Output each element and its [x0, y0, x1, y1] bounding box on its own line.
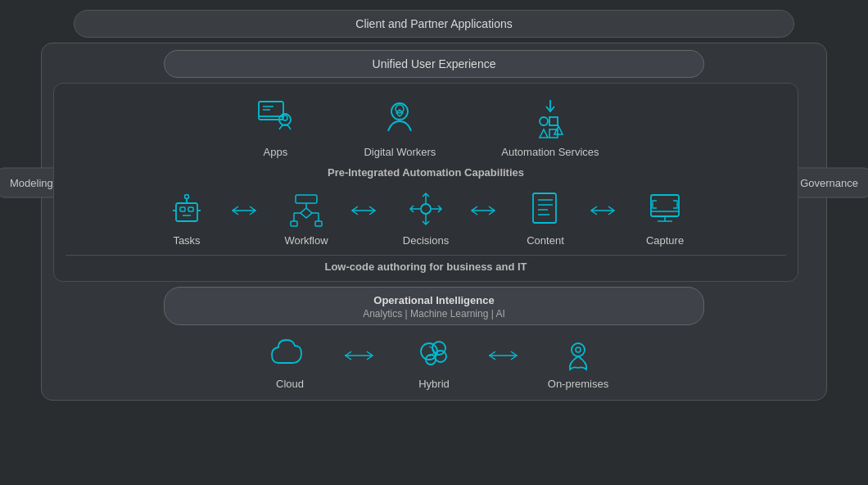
svg-marker-17	[540, 129, 548, 138]
tasks-icon	[166, 188, 207, 229]
unified-ux-bar: Unified User Experience	[164, 50, 704, 78]
capture-label: Capture	[646, 234, 684, 247]
svg-rect-21	[180, 207, 185, 211]
content-item: Content	[500, 188, 590, 247]
top-icons-row: Apps	[252, 92, 599, 158]
svg-rect-34	[291, 221, 297, 226]
cloud-icon	[267, 333, 313, 373]
tasks-item: Tasks	[142, 188, 232, 247]
decisions-icon	[405, 188, 446, 229]
capture-item: Capture	[620, 188, 710, 247]
svg-rect-16	[549, 117, 558, 125]
svg-point-43	[421, 204, 431, 214]
automation-services-label: Automation Services	[501, 146, 599, 158]
content-label: Content	[527, 234, 564, 247]
svg-rect-20	[176, 203, 197, 221]
capture-icon	[644, 188, 685, 229]
cloud-label: Cloud	[276, 378, 304, 390]
svg-point-15	[540, 117, 548, 125]
on-premises-icon	[555, 333, 601, 373]
svg-rect-29	[296, 195, 317, 203]
preintegrated-label: Pre-Integrated Automation Capabilities	[328, 165, 524, 180]
arrow-content-capture	[590, 204, 620, 217]
hybrid-item: Hybrid	[381, 333, 487, 390]
decisions-label: Decisions	[403, 234, 449, 247]
ops-intel-bar: Operational Intelligence Analytics | Mac…	[164, 287, 704, 325]
svg-point-62	[576, 347, 581, 352]
automation-services-item: Automation Services	[501, 95, 599, 158]
automation-services-icon	[527, 95, 573, 141]
svg-rect-51	[651, 195, 679, 216]
ops-intel-subtitle: Analytics | Machine Learning | AI	[181, 308, 687, 320]
capability-wrapper: Modeling Governance	[53, 83, 815, 282]
workflow-item: Workflow	[261, 188, 351, 247]
arrow-hybrid-onpremises	[487, 349, 525, 362]
cloud-item: Cloud	[237, 333, 343, 390]
governance-label: Governance	[788, 167, 868, 197]
workflow-icon	[286, 188, 327, 229]
diagram-container: Client and Partner Applications Unified …	[0, 0, 868, 485]
arrow-workflow-decisions	[351, 204, 381, 217]
automation-row: Tasks	[142, 187, 710, 248]
ops-intel-title: Operational Intelligence	[181, 294, 687, 306]
digital-workers-item: Digital Workers	[364, 95, 436, 158]
decisions-item: Decisions	[381, 188, 471, 247]
on-premises-label: On-premises	[548, 378, 608, 390]
tasks-label: Tasks	[173, 234, 200, 247]
on-premises-item: On-premises	[525, 333, 631, 390]
deployment-row: Cloud	[237, 330, 631, 392]
svg-marker-31	[301, 208, 312, 218]
main-outer: Unified User Experience Modeling Governa…	[41, 43, 827, 401]
svg-rect-22	[188, 207, 193, 211]
arrow-tasks-workflow	[232, 204, 261, 217]
client-apps-label: Client and Partner Applications	[355, 17, 512, 30]
svg-point-61	[572, 343, 585, 356]
apps-item: Apps	[252, 95, 298, 158]
client-apps-bar: Client and Partner Applications	[74, 10, 794, 38]
digital-workers-icon	[377, 95, 423, 141]
svg-rect-37	[315, 221, 322, 226]
svg-rect-45	[533, 193, 556, 223]
unified-ux-label: Unified User Experience	[373, 57, 496, 70]
workflow-label: Workflow	[284, 234, 328, 247]
content-icon	[525, 188, 566, 229]
svg-point-25	[185, 195, 189, 199]
apps-icon	[252, 95, 298, 141]
arrow-cloud-hybrid	[343, 349, 381, 362]
apps-label: Apps	[264, 146, 288, 158]
hybrid-label: Hybrid	[418, 378, 450, 390]
svg-point-57	[432, 342, 445, 355]
digital-workers-label: Digital Workers	[364, 146, 436, 158]
arrow-decisions-content	[471, 204, 500, 217]
lowcode-bar: Low-code authoring for business and IT	[66, 255, 786, 273]
svg-marker-18	[554, 126, 563, 134]
capability-container: Apps	[53, 83, 798, 282]
hybrid-icon	[411, 333, 457, 373]
